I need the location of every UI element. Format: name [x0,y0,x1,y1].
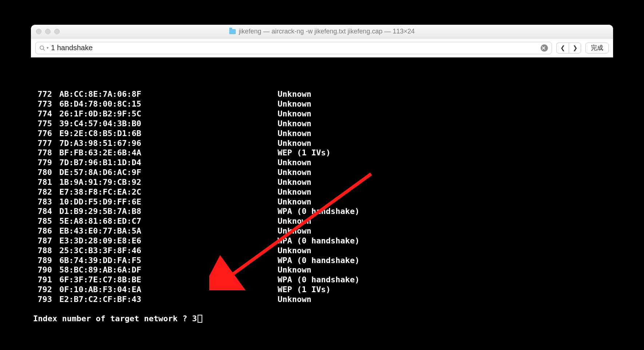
network-row: 7916F:3F:7E:C7:8B:BEWPA (0 handshake) [33,275,611,285]
row-index: 791 [33,275,59,285]
row-encryption: Unknown [278,197,311,207]
network-row: 7896B:74:39:DD:FA:F5WPA (0 handshake) [33,256,611,266]
row-encryption: Unknown [278,139,311,148]
row-bssid: 1B:9A:91:79:CB:92 [59,178,278,187]
row-encryption: Unknown [278,168,311,178]
row-index: 787 [33,236,59,246]
row-index: 782 [33,187,59,197]
row-index: 793 [33,295,59,305]
network-row: 78825:3C:B3:3F:8F:46Unknown [33,246,611,256]
row-bssid: E3:3D:28:09:E8:E6 [59,236,278,246]
row-index: 783 [33,197,59,207]
row-encryption: WPA (0 handshake) [278,256,359,266]
done-button[interactable]: 完成 [585,43,609,53]
find-toolbar: ▾ ❮ ❯ 完成 [31,39,613,57]
row-bssid: BF:FB:63:2E:6B:4A [59,148,278,158]
row-index: 775 [33,119,59,129]
row-encryption: WPA (0 handshake) [278,207,359,216]
row-index: 789 [33,256,59,266]
row-index: 790 [33,265,59,275]
row-index: 779 [33,158,59,168]
row-bssid: 26:1F:0D:B2:9F:5C [59,109,278,119]
prompt-input[interactable]: 3 [192,314,197,324]
network-row: 7736B:D4:78:00:8C:15Unknown [33,99,611,109]
row-bssid: 6B:D4:78:00:8C:15 [59,99,278,109]
row-bssid: 6F:3F:7E:C7:8B:BE [59,275,278,285]
row-index: 785 [33,216,59,226]
row-encryption: Unknown [278,119,311,129]
row-bssid: 6B:74:39:DD:FA:F5 [59,256,278,266]
svg-line-1 [43,49,45,51]
network-row: 7855E:A8:81:68:ED:C7Unknown [33,216,611,226]
row-encryption: Unknown [278,246,311,256]
prompt-text: Index number of target network ? [33,314,192,324]
svg-point-0 [40,46,44,49]
row-bssid: EB:43:E0:77:BA:5A [59,226,278,236]
network-row: 778BF:FB:63:2E:6B:4AWEP (1 IVs) [33,148,611,158]
row-index: 777 [33,139,59,148]
network-row: 786EB:43:E0:77:BA:5AUnknown [33,226,611,236]
row-index: 776 [33,129,59,139]
titlebar: jikefeng — aircrack-ng -w jikefeng.txt j… [31,25,613,39]
search-icon [39,45,45,51]
row-index: 773 [33,99,59,109]
clear-search-button[interactable] [541,44,548,52]
row-index: 781 [33,178,59,187]
find-next-button[interactable]: ❯ [569,43,581,53]
row-index: 786 [33,226,59,236]
terminal-window: jikefeng — aircrack-ng -w jikefeng.txt j… [31,25,613,350]
row-encryption: WPA (0 handshake) [278,275,359,285]
network-row: 787E3:3D:28:09:E8:E6WPA (0 handshake) [33,236,611,246]
row-encryption: WEP (1 IVs) [278,148,331,158]
row-encryption: Unknown [278,109,311,119]
row-bssid: 25:3C:B3:3F:8F:46 [59,246,278,256]
row-index: 780 [33,168,59,178]
network-row: 7777D:A3:98:51:67:96Unknown [33,139,611,148]
search-field-wrap[interactable]: ▾ [35,42,552,54]
row-encryption: Unknown [278,216,311,226]
row-encryption: Unknown [278,265,311,275]
row-index: 772 [33,90,59,99]
row-index: 774 [33,109,59,119]
row-encryption: Unknown [278,295,311,305]
minimize-button[interactable] [45,29,51,34]
row-encryption: WEP (1 IVs) [278,285,331,295]
traffic-lights [36,29,60,34]
row-bssid: 0F:10:AB:F3:04:EA [59,285,278,295]
network-row: 782E7:38:F8:FC:EA:2CUnknown [33,187,611,197]
row-bssid: 39:C4:57:04:3B:B0 [59,119,278,129]
search-options-caret[interactable]: ▾ [47,45,49,50]
network-row: 7920F:10:AB:F3:04:EAWEP (1 IVs) [33,285,611,295]
close-button[interactable] [36,29,41,34]
row-bssid: E7:38:F8:FC:EA:2C [59,187,278,197]
search-input[interactable] [51,44,541,52]
row-index: 788 [33,246,59,256]
row-encryption: Unknown [278,226,311,236]
row-index: 778 [33,148,59,158]
row-bssid: 7D:B7:96:B1:1D:D4 [59,158,278,168]
network-row: 7811B:9A:91:79:CB:92Unknown [33,178,611,187]
terminal-output[interactable]: 772AB:CC:8E:7A:06:8FUnknown7736B:D4:78:0… [31,57,613,350]
zoom-button[interactable] [54,29,60,34]
window-title: jikefeng — aircrack-ng -w jikefeng.txt j… [239,28,415,35]
find-prev-button[interactable]: ❮ [556,43,569,53]
row-encryption: Unknown [278,187,311,197]
network-row: 772AB:CC:8E:7A:06:8FUnknown [33,90,611,99]
row-encryption: Unknown [278,90,311,99]
row-bssid: 5E:A8:81:68:ED:C7 [59,216,278,226]
row-encryption: Unknown [278,158,311,168]
row-bssid: 10:DD:F5:D9:FF:6E [59,197,278,207]
network-row: 793E2:B7:C2:CF:BF:43Unknown [33,295,611,305]
network-row: 77539:C4:57:04:3B:B0Unknown [33,119,611,129]
row-encryption: Unknown [278,129,311,139]
row-bssid: 7D:A3:98:51:67:96 [59,139,278,148]
prompt-line[interactable]: Index number of target network ? 3 [33,314,611,324]
row-index: 792 [33,285,59,295]
folder-icon [229,29,236,34]
row-encryption: Unknown [278,178,311,187]
network-row: 776E9:2E:C8:B5:D1:6BUnknown [33,129,611,139]
network-row: 780DE:57:8A:D6:AC:9FUnknown [33,168,611,178]
network-row: 79058:BC:89:AB:6A:DFUnknown [33,265,611,275]
cursor [198,315,202,323]
network-row: 7797D:B7:96:B1:1D:D4Unknown [33,158,611,168]
